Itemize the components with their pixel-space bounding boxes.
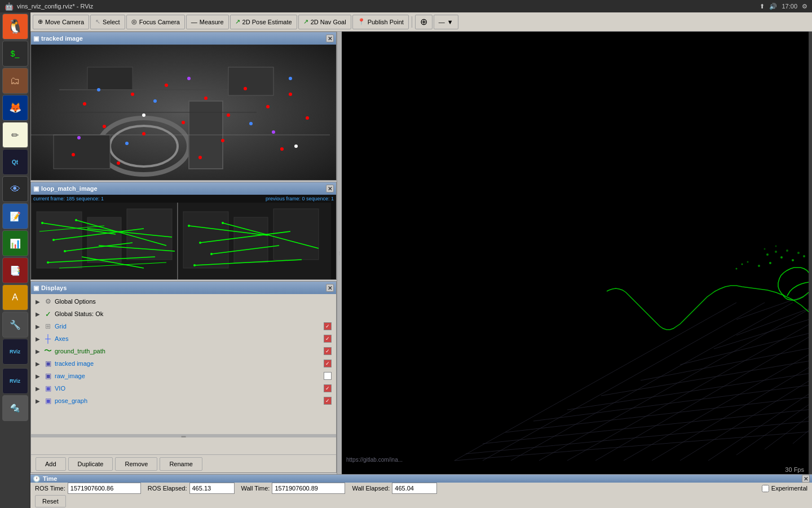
wall-time-label: Wall Time: — [241, 485, 270, 492]
measure-button[interactable]: — Measure — [186, 15, 229, 29]
dock-rviz2[interactable]: RViz — [2, 368, 28, 394]
dock-editor[interactable]: ✏ — [2, 122, 28, 148]
displays-panel: ▣ Displays ✕ ▶ ⚙ Global Options — [30, 281, 337, 473]
dock-eye[interactable]: 👁 — [2, 176, 28, 202]
nav-goal-button[interactable]: ↗ 2D Nav Goal — [298, 15, 351, 29]
expand-arrow-ground-truth: ▶ — [36, 348, 41, 354]
vio-checkbox[interactable]: ✓ — [324, 384, 332, 392]
move-camera-icon: ⊕ — [38, 18, 43, 25]
svg-rect-72 — [342, 32, 809, 474]
svg-point-36 — [294, 144, 298, 148]
display-item-global-status[interactable]: ▶ ✓ Global Status: Ok — [31, 308, 336, 320]
dock-document[interactable]: 📝 — [2, 203, 28, 229]
dock-terminal[interactable]: $_ — [2, 41, 28, 67]
svg-point-20 — [306, 116, 309, 120]
add-display-button[interactable]: Add — [36, 457, 66, 471]
ros-time-input[interactable] — [68, 483, 141, 494]
tracked-image-checkbox[interactable]: ✓ — [324, 360, 332, 367]
pose-estimate-button[interactable]: ↗ 2D Pose Estimate — [230, 15, 297, 29]
window-title: vins_rviz_config.rviz* - RViz — [17, 3, 93, 10]
display-item-grid[interactable]: ▶ ⊞ Grid ✓ — [31, 320, 336, 332]
remove-display-button[interactable]: Remove — [115, 457, 157, 471]
grid-checkbox[interactable]: ✓ — [324, 322, 332, 330]
svg-point-23 — [198, 156, 202, 159]
ground-truth-path-checkbox[interactable]: ✓ — [324, 347, 332, 355]
select-button[interactable]: ↖ Select — [90, 15, 125, 29]
tracked-image-close[interactable]: ✕ — [326, 34, 334, 42]
dock-files[interactable]: 🗂 — [2, 68, 28, 94]
tracked-image-content — [31, 45, 336, 180]
display-item-pose-graph[interactable]: ▶ ▣ pose_graph ✓ — [31, 395, 336, 407]
right-resize-handle[interactable] — [809, 32, 812, 474]
view-options-button[interactable]: — ▼ — [434, 15, 458, 29]
focus-camera-icon: ◎ — [131, 18, 137, 25]
time-panel-close[interactable]: ✕ — [802, 475, 810, 483]
dock-qt[interactable]: Qt — [2, 149, 28, 175]
raw-image-label: raw_image — [55, 373, 321, 379]
dock-misc[interactable]: 🔩 — [2, 395, 28, 421]
move-camera-button[interactable]: ⊕ Move Camera — [33, 15, 89, 29]
folder-icon-vio: ▣ — [43, 384, 52, 393]
raw-image-checkbox[interactable] — [324, 372, 332, 380]
dock-presentation[interactable]: 📑 — [2, 257, 28, 283]
previous-frame-label: previous frame: 0 sequence: 1 — [266, 196, 334, 202]
settings-icon[interactable]: ⚙ — [802, 3, 807, 10]
display-item-ground-truth-path[interactable]: ▶ 〜 ground_truth_path ✓ — [31, 345, 336, 357]
measure-icon: — — [191, 19, 197, 25]
url-display: https://gitlab.com/ina... — [342, 456, 407, 464]
duplicate-display-button[interactable]: Duplicate — [68, 457, 113, 471]
svg-point-56 — [47, 261, 49, 264]
clock: 17:00 — [782, 3, 797, 10]
dock-fonts[interactable]: A — [2, 284, 28, 310]
pose-graph-checkbox[interactable]: ✓ — [324, 397, 332, 405]
wall-time-input[interactable] — [272, 483, 345, 494]
experimental-label: Experimental — [771, 485, 807, 492]
displays-close[interactable]: ✕ — [326, 284, 334, 292]
system-tray-icon1: ⬆ — [760, 3, 765, 10]
path-icon: 〜 — [43, 347, 52, 356]
dock-firefox[interactable]: 🦊 — [2, 95, 28, 121]
panel-resize-handle[interactable]: ⋮ — [337, 32, 342, 474]
add-view-button[interactable]: ⊕ — [415, 15, 433, 29]
app-container: 🐧 $_ 🗂 🦊 ✏ Qt 👁 📝 📊 📑 A 🔧 RViz RViz 🔩 ⊕ … — [0, 12, 812, 508]
grid-icon: ⊞ — [43, 322, 52, 331]
axes-checkbox[interactable]: ✓ — [324, 335, 332, 343]
ros-elapsed-input[interactable] — [189, 483, 235, 494]
publish-point-button[interactable]: 📍 Publish Point — [352, 15, 409, 29]
nav-goal-label: 2D Nav Goal — [311, 19, 346, 25]
svg-point-105 — [758, 265, 760, 267]
dock-ubuntu[interactable]: 🐧 — [2, 14, 28, 40]
dock-tools[interactable]: 🔧 — [2, 312, 28, 338]
svg-point-29 — [249, 122, 253, 125]
select-label: Select — [103, 19, 120, 25]
ros-elapsed-label: ROS Elapsed: — [148, 485, 187, 492]
display-item-tracked-image[interactable]: ▶ ▣ tracked image ✓ — [31, 357, 336, 370]
svg-point-26 — [221, 139, 224, 142]
svg-point-32 — [187, 77, 191, 80]
svg-point-108 — [786, 249, 788, 252]
focus-camera-button[interactable]: ◎ Focus Camera — [126, 15, 185, 29]
experimental-checkbox[interactable] — [762, 485, 769, 492]
tracked-image-icon: ▣ — [33, 35, 39, 42]
svg-point-28 — [153, 99, 157, 103]
expand-arrow-tracked-image: ▶ — [36, 361, 41, 367]
rename-display-button[interactable]: Rename — [160, 457, 202, 471]
dock-spreadsheet[interactable]: 📊 — [2, 230, 28, 256]
display-item-raw-image[interactable]: ▶ ▣ raw_image — [31, 370, 336, 382]
display-item-axes[interactable]: ▶ ┼ Axes ✓ — [31, 332, 336, 345]
reset-row: Reset — [30, 494, 812, 508]
svg-point-69 — [210, 253, 213, 255]
loop-match-close[interactable]: ✕ — [326, 185, 334, 192]
display-item-vio[interactable]: ▶ ▣ VIO ✓ — [31, 382, 336, 395]
svg-point-10 — [83, 102, 86, 106]
dock-rviz1[interactable]: RViz — [2, 339, 28, 365]
display-item-global-options[interactable]: ▶ ⚙ Global Options — [31, 295, 336, 308]
move-camera-label: Move Camera — [45, 19, 84, 25]
wall-elapsed-input[interactable] — [392, 483, 437, 494]
svg-point-31 — [125, 142, 129, 145]
loop-match-titlebar: ▣ loop_match_image ✕ — [31, 182, 336, 195]
reset-button[interactable]: Reset — [35, 495, 66, 507]
3d-view[interactable]: 30 Fps https://gitlab.com/ina... — [342, 32, 809, 474]
vio-label: VIO — [55, 385, 321, 392]
focus-camera-label: Focus Camera — [139, 19, 180, 25]
